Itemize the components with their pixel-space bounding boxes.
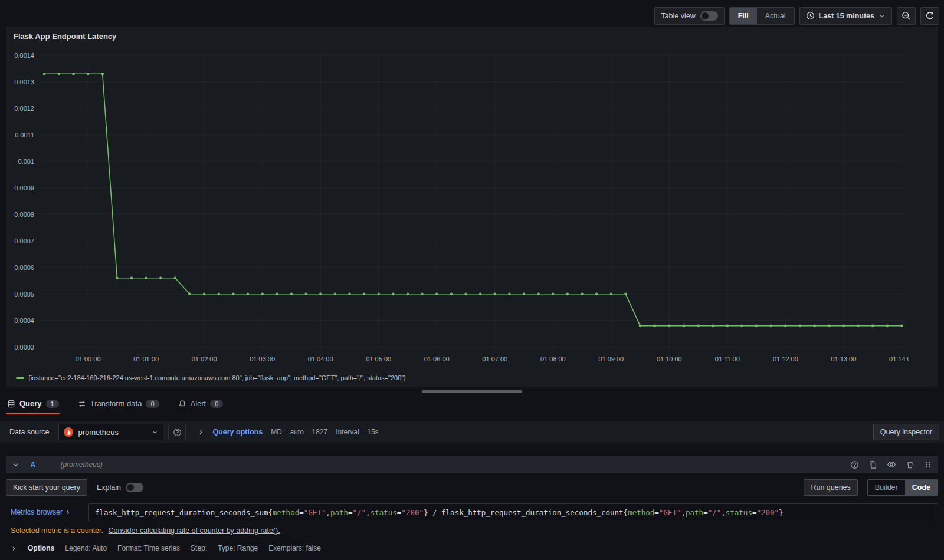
- collapse-chevron-icon[interactable]: [12, 461, 19, 469]
- metrics-browser-toggle[interactable]: Metrics browser: [6, 508, 88, 516]
- interval-text: Interval = 15s: [336, 428, 378, 436]
- fill-actual-group: Fill Actual: [729, 7, 795, 25]
- legend-label: {instance="ec2-184-169-216-224.us-west-1…: [28, 374, 406, 381]
- explain-label: Explain: [97, 483, 121, 492]
- svg-text:01:01:00: 01:01:00: [133, 355, 159, 363]
- tab-query-label: Query: [19, 399, 42, 408]
- chart-area: 0.00140.00130.00120.00110.0010.00090.000…: [6, 42, 938, 373]
- latency-panel: Flask App Endpoint Latency 0.00140.00130…: [6, 27, 938, 387]
- counter-warning: Selected metric is a counter. Consider c…: [6, 526, 938, 535]
- bell-icon: [178, 400, 186, 408]
- svg-text:0.0006: 0.0006: [14, 264, 34, 271]
- svg-text:01:07:00: 01:07:00: [482, 355, 507, 363]
- query-expression-input[interactable]: flask_http_request_duration_seconds_sum{…: [88, 503, 938, 521]
- svg-text:0.0007: 0.0007: [14, 238, 34, 245]
- zoom-out-button[interactable]: [897, 7, 916, 25]
- legend-swatch: [16, 377, 24, 379]
- duplicate-query-icon[interactable]: [868, 460, 877, 469]
- table-view-toggle[interactable]: [700, 11, 718, 21]
- svg-text:01:05:00: 01:05:00: [366, 355, 391, 363]
- run-queries-button[interactable]: Run queries: [804, 479, 857, 496]
- panel-title: Flask App Endpoint Latency: [6, 27, 938, 42]
- query-row: A (prometheus): [6, 456, 938, 552]
- svg-text:0.0004: 0.0004: [14, 317, 34, 324]
- tab-alert[interactable]: Alert 0: [177, 397, 225, 414]
- svg-text:01:00:00: 01:00:00: [76, 355, 101, 363]
- table-view-label: Table view: [661, 12, 695, 20]
- svg-text:0.0013: 0.0013: [14, 78, 34, 85]
- chevron-down-icon: [879, 12, 886, 19]
- chevron-right-icon: [65, 509, 71, 515]
- svg-text:01:13:00: 01:13:00: [831, 355, 856, 363]
- tab-transform-label: Transform data: [90, 399, 142, 408]
- database-icon: [7, 400, 15, 408]
- builder-code-group: Builder Code: [867, 479, 938, 496]
- svg-text:0.0011: 0.0011: [15, 131, 34, 139]
- warning-text: Selected metric is a counter.: [11, 526, 103, 535]
- datasource-value: prometheus: [78, 428, 147, 437]
- question-circle-icon: [173, 428, 182, 437]
- svg-text:01:08:00: 01:08:00: [540, 355, 566, 363]
- time-range-picker[interactable]: Last 15 minutes: [799, 7, 892, 25]
- actual-button[interactable]: Actual: [757, 8, 794, 24]
- refresh-icon: [925, 11, 935, 21]
- query-row-body: Kick start your query Explain Run querie…: [6, 473, 938, 552]
- max-data-points-text: MD = auto = 1827: [271, 428, 327, 436]
- query-expression: flask_http_request_duration_seconds_sum{…: [95, 508, 784, 517]
- svg-text:01:14:00: 01:14:00: [889, 355, 909, 363]
- svg-text:01:09:00: 01:09:00: [598, 355, 624, 363]
- query-help-icon[interactable]: [850, 460, 859, 469]
- zoom-out-icon: [902, 11, 911, 21]
- panel-resize-handle[interactable]: [422, 390, 522, 393]
- remove-query-trash-icon[interactable]: [906, 460, 914, 469]
- tab-alert-count: 0: [210, 400, 223, 408]
- tab-query-count: 1: [46, 400, 59, 408]
- svg-text:01:10:00: 01:10:00: [657, 355, 682, 363]
- query-datasource-hint: (prometheus): [60, 460, 102, 469]
- builder-button[interactable]: Builder: [868, 480, 905, 495]
- tab-query[interactable]: Query 1: [6, 397, 60, 414]
- editor-tabs: Query 1 Transform data 0 Alert 0: [6, 397, 938, 414]
- latency-chart[interactable]: 0.00140.00130.00120.00110.0010.00090.000…: [9, 42, 909, 365]
- metrics-browser-label: Metrics browser: [11, 508, 63, 516]
- svg-text:01:04:00: 01:04:00: [308, 355, 333, 363]
- explain-toggle[interactable]: [126, 483, 143, 492]
- query-options-toggle[interactable]: Query options MD = auto = 1827 Interval …: [198, 428, 378, 436]
- svg-text:0.0014: 0.0014: [14, 52, 34, 59]
- query-row-header[interactable]: A (prometheus): [6, 456, 938, 473]
- query-options-label: Query options: [212, 428, 263, 436]
- svg-text:0.0009: 0.0009: [14, 185, 34, 192]
- explain-control: Explain: [97, 483, 143, 492]
- query-ref-id: A: [30, 460, 35, 469]
- svg-text:0.0012: 0.0012: [14, 105, 34, 112]
- tab-transform-data[interactable]: Transform data 0: [77, 397, 160, 414]
- datasource-label: Data source: [5, 428, 54, 436]
- drag-handle-icon[interactable]: [924, 460, 932, 469]
- time-range-label: Last 15 minutes: [819, 12, 874, 20]
- query-options-row[interactable]: Options Legend: AutoFormat: Time seriesS…: [6, 544, 938, 552]
- chart-legend[interactable]: {instance="ec2-184-169-216-224.us-west-1…: [6, 373, 938, 387]
- kick-start-query-button[interactable]: Kick start your query: [6, 479, 87, 496]
- svg-text:01:02:00: 01:02:00: [192, 355, 217, 363]
- svg-text:01:11:00: 01:11:00: [715, 355, 740, 363]
- fill-button[interactable]: Fill: [730, 8, 757, 24]
- code-button[interactable]: Code: [905, 480, 938, 495]
- query-options-items: Legend: AutoFormat: Time seriesStep:Type…: [65, 544, 321, 552]
- svg-text:01:03:00: 01:03:00: [250, 355, 275, 363]
- refresh-button[interactable]: [920, 7, 939, 25]
- query-inspector-button[interactable]: Query inspector: [873, 424, 939, 440]
- options-label: Options: [28, 544, 54, 552]
- svg-text:0.001: 0.001: [18, 158, 34, 165]
- svg-text:0.0005: 0.0005: [14, 291, 34, 298]
- svg-text:01:06:00: 01:06:00: [424, 355, 450, 363]
- svg-text:0.0008: 0.0008: [14, 211, 34, 218]
- clock-icon: [806, 11, 815, 20]
- datasource-bar: Data source prometheus Query options MD …: [0, 421, 944, 443]
- datasource-help-button[interactable]: [168, 424, 186, 440]
- hide-response-eye-icon[interactable]: [887, 460, 896, 469]
- transform-icon: [78, 400, 86, 408]
- datasource-select[interactable]: prometheus: [58, 424, 163, 440]
- table-view-control: Table view: [654, 7, 724, 25]
- tab-transform-count: 0: [146, 400, 159, 408]
- warning-rate-link[interactable]: Consider calculating rate of counter by …: [109, 526, 280, 535]
